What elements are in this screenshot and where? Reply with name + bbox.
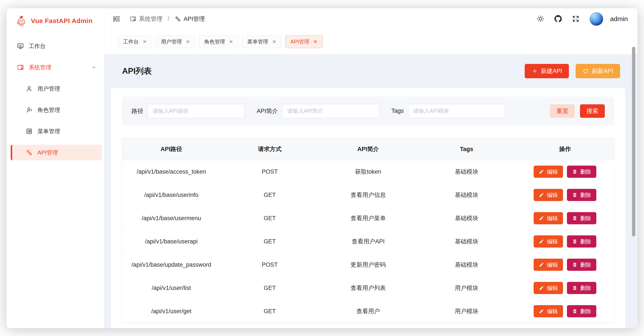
filter-tags: Tags xyxy=(392,104,505,118)
tags-label: Tags xyxy=(392,108,404,114)
edit-label: 编辑 xyxy=(547,191,558,199)
sidebar-item-users[interactable]: 用户管理 xyxy=(11,81,102,97)
create-api-label: 新建API xyxy=(541,67,562,75)
breadcrumb-system[interactable]: 系统管理 xyxy=(130,15,162,23)
delete-button[interactable]: 删除 xyxy=(567,189,596,201)
tab-label: 角色管理 xyxy=(204,38,225,45)
cell-tags: 用户模块 xyxy=(417,307,516,315)
tab-roles[interactable]: 角色管理 ✕ xyxy=(199,35,238,48)
trash-icon xyxy=(572,309,578,314)
username[interactable]: admin xyxy=(610,15,628,23)
edit-button[interactable]: 编辑 xyxy=(534,305,563,317)
collapse-sidebar-icon[interactable] xyxy=(112,14,121,23)
breadcrumb-api[interactable]: API管理 xyxy=(174,15,205,23)
edit-label: 编辑 xyxy=(547,238,558,245)
delete-button[interactable]: 删除 xyxy=(567,305,596,317)
path-input[interactable] xyxy=(148,104,244,118)
close-icon[interactable]: ✕ xyxy=(142,39,147,44)
page-title: API列表 xyxy=(122,66,152,76)
table-header: API路径 请求方式 API简介 Tags 操作 xyxy=(122,138,614,160)
edit-button[interactable]: 编辑 xyxy=(534,235,563,248)
cell-summary: 查看用户API xyxy=(319,238,417,245)
filter-summary: API简介 xyxy=(257,104,379,118)
role-user-arrow-icon xyxy=(26,107,33,113)
vertical-scrollbar[interactable] xyxy=(632,47,635,236)
cell-summary: 更新用户密码 xyxy=(319,261,417,269)
edit-button[interactable]: 编辑 xyxy=(534,166,563,178)
tab-menus[interactable]: 菜单管理 ✕ xyxy=(242,35,282,48)
cell-path: /api/v1/base/usermenu xyxy=(122,215,220,222)
tab-api[interactable]: API管理 ✕ xyxy=(285,35,323,48)
filter-path: 路径 xyxy=(132,104,244,118)
refresh-api-button[interactable]: 刷新API xyxy=(576,64,620,78)
plus-icon xyxy=(532,68,538,74)
cell-actions: 编辑 删除 xyxy=(516,212,614,224)
table-row: /api/v1/base/usermenu GET 查看用户菜单 基础模块 编辑… xyxy=(122,207,614,230)
create-api-button[interactable]: 新建API xyxy=(525,64,569,78)
trash-icon xyxy=(572,285,578,291)
breadcrumb-label: 系统管理 xyxy=(139,15,162,23)
system-window-icon xyxy=(17,64,24,71)
tab-label: 菜单管理 xyxy=(247,38,268,45)
table-row: /api/v1/base/access_token POST 获取token 基… xyxy=(122,160,614,183)
theme-sun-icon[interactable] xyxy=(537,15,544,23)
delete-button[interactable]: 删除 xyxy=(567,212,596,224)
sidebar-menu: 工作台 系统管理 用户管理 xyxy=(6,30,104,161)
trash-icon xyxy=(572,262,578,267)
cell-method: POST xyxy=(220,261,319,268)
tab-workbench[interactable]: 工作台 ✕ xyxy=(118,35,152,48)
sidebar-item-label: 系统管理 xyxy=(29,64,52,71)
trash-icon xyxy=(572,216,578,221)
cell-tags: 基础模块 xyxy=(417,214,516,222)
app-window: Vue FastAPI Admin 工作台 系统管理 xyxy=(6,8,638,328)
cell-path: /api/v1/base/userinfo xyxy=(122,192,220,198)
close-icon[interactable]: ✕ xyxy=(186,39,190,44)
pencil-icon xyxy=(539,216,544,221)
col-tags: Tags xyxy=(417,146,516,153)
sidebar-item-api[interactable]: API管理 xyxy=(11,145,102,161)
search-button[interactable]: 搜索 xyxy=(580,104,605,118)
sidebar-item-workbench[interactable]: 工作台 xyxy=(11,38,102,54)
cell-method: GET xyxy=(220,215,319,222)
delete-label: 删除 xyxy=(580,168,591,175)
tab-label: 用户管理 xyxy=(161,38,182,45)
delete-button[interactable]: 删除 xyxy=(567,166,596,178)
close-icon[interactable]: ✕ xyxy=(272,39,276,44)
breadcrumb: 系统管理 / API管理 xyxy=(130,15,205,23)
sidebar-item-system[interactable]: 系统管理 xyxy=(11,60,102,75)
summary-input[interactable] xyxy=(282,104,379,118)
github-icon[interactable] xyxy=(554,15,562,23)
delete-button[interactable]: 删除 xyxy=(567,259,596,271)
breadcrumb-separator: / xyxy=(168,15,170,22)
page-title-row: API列表 新建API 刷新API xyxy=(104,54,638,88)
close-icon[interactable]: ✕ xyxy=(229,39,233,44)
sidebar-item-roles[interactable]: 角色管理 xyxy=(11,102,102,118)
refresh-icon xyxy=(582,68,589,74)
trash-icon xyxy=(572,169,578,174)
edit-button[interactable]: 编辑 xyxy=(534,259,563,271)
reset-button[interactable]: 重置 xyxy=(550,104,575,118)
col-method: 请求方式 xyxy=(220,145,319,153)
user-avatar[interactable] xyxy=(590,12,603,26)
edit-button[interactable]: 编辑 xyxy=(534,212,563,224)
fullscreen-icon[interactable] xyxy=(572,15,580,23)
api-panel: 路径 API简介 Tags 重置 搜索 xyxy=(111,88,625,328)
delete-button[interactable]: 删除 xyxy=(567,235,596,248)
cell-actions: 编辑 删除 xyxy=(516,189,614,201)
tags-input[interactable] xyxy=(408,104,505,118)
sidebar-item-menus[interactable]: 菜单管理 xyxy=(11,124,102,139)
filter-bar: 路径 API简介 Tags 重置 搜索 xyxy=(122,97,614,125)
edit-button[interactable]: 编辑 xyxy=(534,189,563,201)
logo[interactable]: Vue FastAPI Admin xyxy=(6,8,104,30)
cell-summary: 查看用户 xyxy=(319,307,417,315)
delete-button[interactable]: 删除 xyxy=(567,282,596,294)
path-label: 路径 xyxy=(132,107,143,115)
chevron-up-icon xyxy=(91,65,97,70)
cell-tags: 基础模块 xyxy=(417,261,516,269)
tab-bar: 工作台 ✕ 用户管理 ✕ 角色管理 ✕ 菜单管理 ✕ API管理 ✕ xyxy=(104,29,638,54)
cell-tags: 基础模块 xyxy=(417,238,516,245)
close-icon[interactable]: ✕ xyxy=(313,39,318,44)
edit-button[interactable]: 编辑 xyxy=(534,282,563,294)
cell-summary: 查看用户菜单 xyxy=(319,214,417,222)
tab-users[interactable]: 用户管理 ✕ xyxy=(156,35,195,48)
